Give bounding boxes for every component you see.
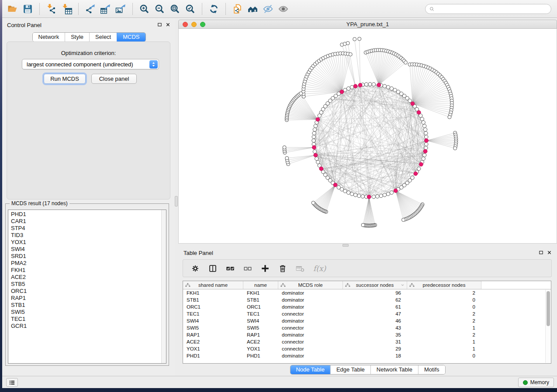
table-row[interactable]: PHD1PHD1dominator180 xyxy=(183,352,551,359)
cell-predecessor-nodes[interactable]: 2 xyxy=(407,332,481,337)
cell-successor-nodes[interactable]: 61 xyxy=(343,304,407,309)
cell-predecessor-nodes[interactable]: 2 xyxy=(407,311,481,316)
cell-shared-name[interactable]: FKH1 xyxy=(183,290,243,296)
table-row[interactable]: STB1STB1dominator620 xyxy=(183,296,551,303)
mcds-result-item[interactable]: SWI5 xyxy=(11,309,166,316)
table-row[interactable]: FKH1FKH1dominator962 xyxy=(183,289,551,296)
cell-predecessor-nodes[interactable]: 2 xyxy=(407,318,481,323)
memory-button[interactable]: Memory xyxy=(518,378,554,387)
cell-mcds-role[interactable]: dominator xyxy=(278,332,343,337)
vertical-splitter[interactable] xyxy=(175,18,178,376)
create-column-button[interactable] xyxy=(260,263,270,274)
mcds-result-item[interactable]: SWI4 xyxy=(11,246,166,253)
close-panel-button[interactable]: Close panel xyxy=(91,74,137,84)
export-table-button[interactable] xyxy=(98,2,113,16)
zoom-selected-button[interactable] xyxy=(183,2,198,16)
cell-name[interactable]: YOX1 xyxy=(243,346,278,351)
search-input[interactable] xyxy=(437,5,547,13)
show-panels-button[interactable] xyxy=(6,378,18,387)
mcds-result-item[interactable]: TID3 xyxy=(11,232,166,239)
mcds-result-item[interactable]: TEC1 xyxy=(11,316,166,323)
table-row[interactable]: ACE2ACE2connector311 xyxy=(183,338,551,345)
cell-predecessor-nodes[interactable]: 2 xyxy=(407,290,481,296)
cell-name[interactable]: SWI4 xyxy=(243,318,278,323)
table-row[interactable]: SWI5SWI5connector431 xyxy=(183,324,551,331)
table-scrollbar[interactable] xyxy=(545,290,550,363)
column-header-shared-name[interactable]: shared name xyxy=(183,281,243,289)
cell-shared-name[interactable]: STB1 xyxy=(183,297,243,303)
cell-mcds-role[interactable]: connector xyxy=(278,325,343,330)
cell-successor-nodes[interactable]: 46 xyxy=(343,318,407,323)
tab-style[interactable]: Style xyxy=(65,33,89,41)
cell-predecessor-nodes[interactable]: 0 xyxy=(407,353,481,358)
table-row[interactable]: ORC1ORC1dominator610 xyxy=(183,303,551,310)
cell-mcds-role[interactable]: connector xyxy=(278,339,343,344)
float-panel-icon[interactable] xyxy=(157,22,162,27)
cell-shared-name[interactable]: RAP1 xyxy=(183,332,243,337)
open-file-button[interactable] xyxy=(5,2,20,16)
cell-mcds-role[interactable]: connector xyxy=(278,346,343,351)
cell-successor-nodes[interactable]: 96 xyxy=(343,290,407,296)
cell-predecessor-nodes[interactable]: 1 xyxy=(407,339,481,344)
cell-successor-nodes[interactable]: 18 xyxy=(343,353,407,358)
mcds-result-item[interactable]: STB1 xyxy=(11,302,166,309)
splitter-handle[interactable] xyxy=(343,244,349,247)
mcds-result-item[interactable]: CAR1 xyxy=(11,218,166,225)
splitter-handle[interactable] xyxy=(175,196,178,206)
cell-shared-name[interactable]: PHD1 xyxy=(183,353,243,358)
zoom-out-button[interactable] xyxy=(152,2,167,16)
mcds-result-item[interactable]: ACE2 xyxy=(11,274,166,281)
import-table-button[interactable] xyxy=(59,2,74,16)
cell-name[interactable]: STB1 xyxy=(243,297,278,303)
cell-predecessor-nodes[interactable]: 0 xyxy=(407,304,481,309)
cell-name[interactable]: ORC1 xyxy=(243,304,278,309)
cell-mcds-role[interactable]: dominator xyxy=(278,297,343,303)
duplicate-network-button[interactable] xyxy=(230,2,245,16)
cell-mcds-role[interactable]: dominator xyxy=(278,290,343,296)
mcds-result-item[interactable]: STB5 xyxy=(11,281,166,288)
cell-name[interactable]: TEC1 xyxy=(243,311,278,316)
column-header-name[interactable]: name xyxy=(243,281,278,289)
cell-predecessor-nodes[interactable]: 1 xyxy=(407,346,481,351)
table-row[interactable]: SWI4SWI4dominator462 xyxy=(183,317,551,324)
tab-network-table[interactable]: Network Table xyxy=(370,365,418,374)
network-canvas[interactable] xyxy=(179,29,557,243)
cell-shared-name[interactable]: YOX1 xyxy=(183,346,243,351)
mcds-result-item[interactable]: ORC1 xyxy=(11,288,166,295)
cell-mcds-role[interactable]: dominator xyxy=(278,318,343,323)
mcds-result-item[interactable]: PMA2 xyxy=(11,260,166,267)
mcds-result-item[interactable]: FKH1 xyxy=(11,267,166,274)
import-network-button[interactable] xyxy=(44,2,59,16)
first-neighbors-button[interactable] xyxy=(245,2,260,16)
run-mcds-button[interactable]: Run MCDS xyxy=(44,74,86,84)
mcds-result-item[interactable]: SRD1 xyxy=(11,253,166,260)
cell-shared-name[interactable]: ORC1 xyxy=(183,304,243,309)
cell-successor-nodes[interactable]: 31 xyxy=(343,339,407,344)
mcds-result-item[interactable]: YOX1 xyxy=(11,239,166,246)
refresh-layout-button[interactable] xyxy=(206,2,221,16)
delete-column-button[interactable] xyxy=(277,263,288,274)
tab-edge-table[interactable]: Edge Table xyxy=(330,365,370,374)
cell-shared-name[interactable]: TEC1 xyxy=(183,311,243,316)
cell-shared-name[interactable]: ACE2 xyxy=(183,339,243,344)
cell-successor-nodes[interactable]: 43 xyxy=(343,325,407,330)
tab-network[interactable]: Network xyxy=(32,33,65,41)
cell-name[interactable]: RAP1 xyxy=(243,332,278,337)
horizontal-splitter[interactable] xyxy=(178,244,557,247)
toggle-columns-button[interactable] xyxy=(208,263,218,274)
hide-selected-button[interactable] xyxy=(260,2,276,16)
tab-select[interactable]: Select xyxy=(89,33,117,41)
scrollbar-thumb[interactable] xyxy=(547,291,550,326)
mcds-result-item[interactable]: PHD1 xyxy=(11,211,166,218)
column-header-mcds-role[interactable]: MCDS role xyxy=(278,281,343,289)
cell-name[interactable]: ACE2 xyxy=(243,339,278,344)
column-header-successor-nodes[interactable]: successor nodes xyxy=(343,281,407,289)
zoom-fit-button[interactable] xyxy=(167,2,183,16)
mcds-result-list[interactable]: PHD1CAR1STP4TID3YOX1SWI4SRD1PMA2FKH1ACE2… xyxy=(8,210,166,364)
select-all-button[interactable] xyxy=(225,263,235,274)
mcds-result-item[interactable]: STP4 xyxy=(11,225,166,232)
mcds-result-item[interactable]: RAP1 xyxy=(11,295,166,302)
table-row[interactable]: YOX1YOX1connector291 xyxy=(183,345,551,352)
column-header-predecessor-nodes[interactable]: predecessor nodes xyxy=(407,281,481,289)
close-panel-icon[interactable] xyxy=(166,22,170,27)
